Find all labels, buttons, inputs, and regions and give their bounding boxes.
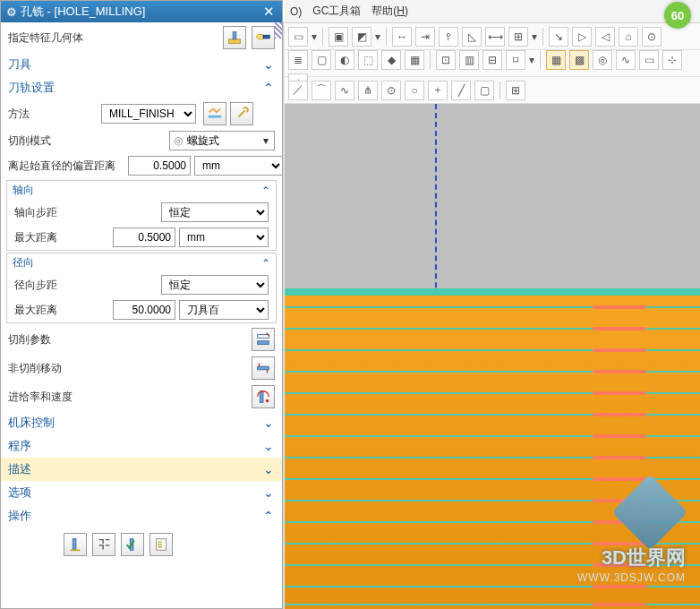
operation-buttons bbox=[1, 528, 282, 560]
tool-arrow-button[interactable]: ↘ bbox=[549, 27, 568, 47]
tool-box-icon[interactable]: ▢ bbox=[312, 50, 331, 70]
tool-shade-icon[interactable]: ◐ bbox=[335, 50, 354, 70]
op-list-button[interactable] bbox=[149, 533, 173, 556]
toolpath-line bbox=[285, 414, 700, 416]
tool-mirror-button[interactable]: ▷ bbox=[572, 27, 592, 47]
geometry-spec-label: 指定特征几何体 bbox=[8, 30, 223, 46]
section-machine[interactable]: 机床控制 ⌄ bbox=[1, 411, 282, 434]
select-geometry-button[interactable] bbox=[223, 26, 246, 49]
tool-snap1-icon[interactable]: ⊡ bbox=[436, 50, 456, 70]
op-replay-button[interactable] bbox=[92, 533, 115, 556]
cutmode-select[interactable]: ◎ 螺旋式 ▾ bbox=[169, 131, 275, 150]
radial-header[interactable]: 径向 ⌃ bbox=[7, 253, 276, 272]
tool-tree-icon[interactable]: ⊹ bbox=[662, 50, 682, 70]
draw-line-icon[interactable]: ／ bbox=[288, 81, 308, 100]
tool-snapgrid2-icon[interactable]: ▩ bbox=[569, 50, 589, 70]
draw-box-icon[interactable]: ▢ bbox=[474, 81, 494, 100]
section-options[interactable]: 选项 ⌄ bbox=[1, 481, 282, 504]
axial-step-select[interactable]: 恒定 bbox=[161, 202, 269, 222]
tool-cube1-button[interactable]: ▣ bbox=[329, 27, 348, 47]
draw-circle1-icon[interactable]: ⊙ bbox=[381, 81, 401, 100]
tool-grid-button[interactable]: ⊞ bbox=[508, 27, 528, 47]
geometry-spec-row: 指定特征几何体 bbox=[1, 22, 282, 53]
method-edit-button[interactable] bbox=[203, 102, 226, 125]
offset-input[interactable] bbox=[128, 156, 191, 176]
tool-snap4-icon[interactable]: ⌑ bbox=[506, 50, 525, 70]
tool-align-button[interactable]: ⇥ bbox=[415, 27, 435, 47]
cutparams-button[interactable] bbox=[252, 328, 275, 351]
chevron-down-icon: ⌄ bbox=[262, 57, 275, 72]
noncut-label: 非切削移动 bbox=[8, 361, 248, 376]
tool-face-icon[interactable]: ◆ bbox=[381, 50, 401, 70]
tool-corner-button[interactable]: ◺ bbox=[462, 27, 482, 47]
toolbar-2: ≣ ▢ ◐ ⬚ ◆ ▦ ⊡ ▥ ⊟ ⌑▾ ▦ ▩ ◎ ∿ ▭ ⊹ ⟊▾ bbox=[285, 50, 700, 77]
section-program[interactable]: 程序 ⌄ bbox=[1, 434, 282, 458]
cutparams-row: 切削参数 bbox=[1, 325, 282, 354]
tool-snap2-icon[interactable]: ▥ bbox=[459, 50, 479, 70]
axial-step-row: 轴向步距 恒定 bbox=[7, 200, 276, 225]
tool-rect-icon[interactable]: ▭ bbox=[639, 50, 659, 70]
flashlight-button[interactable] bbox=[252, 26, 275, 49]
op-generate-button[interactable] bbox=[64, 533, 87, 556]
draw-circle2-icon[interactable]: ○ bbox=[405, 81, 424, 100]
noncut-button[interactable] bbox=[252, 356, 275, 380]
feedspeed-button[interactable] bbox=[252, 385, 275, 408]
axial-max-unit-select[interactable]: mm bbox=[179, 227, 269, 247]
spiral-icon: ◎ bbox=[172, 134, 184, 147]
axial-max-input[interactable] bbox=[113, 227, 175, 247]
axial-step-label: 轴向步距 bbox=[14, 205, 84, 220]
draw-plus-icon[interactable]: ＋ bbox=[428, 81, 448, 100]
section-toolpath[interactable]: 刀轨设置 ⌃ bbox=[1, 76, 282, 99]
tool-associate-button[interactable]: ⫯ bbox=[439, 27, 458, 47]
cutparams-label: 切削参数 bbox=[8, 332, 248, 347]
chevron-up-icon: ⌃ bbox=[262, 509, 275, 523]
section-description[interactable]: 描述 ⌄ bbox=[1, 458, 282, 481]
svg-rect-8 bbox=[260, 391, 263, 403]
tool-dim-button[interactable]: ⟷ bbox=[485, 27, 505, 47]
draw-panel-icon[interactable]: ⊞ bbox=[506, 81, 525, 100]
menu-item-gctoolbox[interactable]: GC工具箱 bbox=[312, 4, 361, 19]
draw-spline-icon[interactable]: ∿ bbox=[335, 81, 354, 100]
method-select[interactable]: MILL_FINISH bbox=[101, 104, 196, 124]
menu-item-o[interactable]: O) bbox=[290, 5, 302, 18]
toolpath-line bbox=[285, 457, 700, 459]
tool-curve-icon[interactable]: ∿ bbox=[616, 50, 636, 70]
tool-layers-icon[interactable]: ≣ bbox=[288, 50, 308, 70]
chevron-down-icon: ⌄ bbox=[262, 416, 275, 430]
offset-unit-select[interactable]: mm bbox=[194, 156, 282, 176]
draw-arc-icon[interactable]: ⌒ bbox=[312, 81, 331, 100]
tool-cube2-button[interactable]: ◩ bbox=[352, 27, 371, 47]
tool-snapgrid1-icon[interactable]: ▦ bbox=[546, 50, 566, 70]
tool-snap3-icon[interactable]: ⊟ bbox=[482, 50, 502, 70]
draw-slash-icon[interactable]: ╱ bbox=[451, 81, 471, 100]
tool-circle-icon[interactable]: ◎ bbox=[593, 50, 612, 70]
svg-rect-6 bbox=[258, 341, 269, 345]
radial-max-input[interactable] bbox=[113, 300, 175, 320]
dialog-title: 孔铣 - [HOLE_MILLING] bbox=[21, 4, 260, 20]
close-icon[interactable]: ✕ bbox=[260, 4, 277, 20]
toolpath-line bbox=[285, 543, 700, 545]
viewport-canvas[interactable]: 3D世界网 WWW.3DSJW.COM bbox=[285, 104, 700, 609]
svg-rect-5 bbox=[258, 335, 269, 339]
axial-header[interactable]: 轴向 ⌃ bbox=[7, 181, 276, 200]
tool-left-button[interactable]: ◁ bbox=[595, 27, 615, 47]
section-operations[interactable]: 操作 ⌃ bbox=[1, 504, 282, 528]
tool-target-button[interactable]: ⊙ bbox=[642, 27, 662, 47]
tool-layer-button[interactable]: ▭ bbox=[288, 27, 308, 47]
tool-move-button[interactable]: ↔ bbox=[392, 27, 412, 47]
menu-item-help[interactable]: 帮助(H) bbox=[371, 4, 408, 19]
section-tools[interactable]: 刀具 ⌄ bbox=[1, 53, 282, 76]
method-wrench-button[interactable] bbox=[230, 102, 253, 125]
tool-home-button[interactable]: ⌂ bbox=[619, 27, 638, 47]
method-label: 方法 bbox=[8, 107, 98, 122]
tool-wire-icon[interactable]: ⬚ bbox=[358, 50, 378, 70]
chevron-down-icon: ⌄ bbox=[262, 485, 275, 500]
draw-fan-icon[interactable]: ⋔ bbox=[358, 81, 378, 100]
op-verify-button[interactable] bbox=[121, 533, 144, 556]
tool-part-icon[interactable]: ▦ bbox=[405, 50, 424, 70]
toolpath-line bbox=[285, 306, 700, 308]
radial-step-select[interactable]: 恒定 bbox=[161, 275, 269, 295]
dialog-titlebar: ⚙ 孔铣 - [HOLE_MILLING] ✕ bbox=[1, 1, 282, 22]
cutmode-label: 切削模式 bbox=[8, 133, 98, 149]
radial-max-unit-select[interactable]: 刀具百 bbox=[179, 300, 269, 320]
